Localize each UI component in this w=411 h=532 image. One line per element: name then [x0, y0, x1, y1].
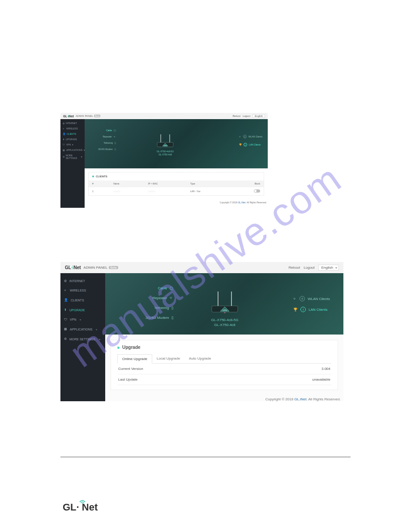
upgrade-tabs: Online Upgrade Local Upgrade Auto Upgrad… [117, 354, 331, 364]
chevron-down-icon: ▾ [80, 318, 81, 321]
beta-badge: Beta [94, 115, 100, 117]
sidebar: ◍INTERNET ᯤWIRELESS 👤CLIENTS ⬆UPGRADE 🛡V… [60, 119, 85, 208]
page-divider [60, 457, 351, 457]
sidebar-item-more-settings[interactable]: ⚙MORE SETTINGS▾ [60, 153, 85, 161]
sidebar-item-applications[interactable]: ▦APPLICATIONS▾ [60, 147, 85, 153]
language-select[interactable]: English [253, 114, 265, 118]
trophy-icon: 🏆 [239, 143, 242, 146]
wifi-icon: ᯤ [63, 127, 65, 130]
gear-icon: ⚙ [63, 155, 64, 158]
reboot-link[interactable]: Reboot [288, 266, 300, 270]
brand-logo: GL·iNet [65, 265, 81, 270]
cable-icon: ▢ [170, 286, 173, 290]
network-diagram: Cable▢ Repeaterᯤ Tethering▯ 3G/4G Modem▯… [85, 119, 268, 168]
sidebar-item-vpn[interactable]: 🛡VPN▾ [60, 315, 105, 324]
sidebar-item-more-settings[interactable]: ⚙MORE SETTINGS▾ [60, 334, 105, 344]
router-graphic: VPN ✕ GL-X750-4c8-5G GL-X750-4c8 [205, 289, 245, 327]
router-ssid-2g: GL-X750-4c8 [205, 322, 245, 327]
sidebar-item-applications[interactable]: ▦APPLICATIONS▾ [60, 324, 105, 334]
sidebar-item-wireless[interactable]: ᯤWIRELESS [60, 286, 105, 295]
grid-icon: ▦ [64, 327, 67, 331]
clients-card: CLIENTS # Name IP > MAC Type Block 1 ——— [88, 172, 264, 196]
tab-online-upgrade[interactable]: Online Upgrade [117, 354, 152, 364]
sidebar-item-internet[interactable]: ◍INTERNET [60, 276, 105, 286]
sidebar-item-upgrade[interactable]: ⬆UPGRADE [60, 305, 105, 315]
wifi-icon: ᯤ [293, 297, 297, 301]
gear-icon: ⚙ [64, 337, 67, 341]
router-ssid-5g: GL-X750-4c8-5G [205, 317, 245, 322]
logout-link[interactable]: Logout [304, 266, 314, 270]
globe-icon: ◍ [64, 279, 67, 283]
footer-copyright: Copyright © 2018 GL.iNet. All Rights Res… [85, 199, 268, 204]
screenshot-upgrade-panel: GL·iNet ADMIN PANEL Beta Reboot Logout E… [60, 262, 343, 411]
sidebar-item-vpn[interactable]: 🛡VPN▾ [60, 142, 85, 147]
clients-table: # Name IP > MAC Type Block 1 ——— ——— LAN… [89, 180, 264, 195]
screenshot-clients-panel: GL·iiNet ADMIN PANEL Beta Reboot Logout … [60, 113, 268, 214]
tab-auto-upgrade[interactable]: Auto Upgrade [184, 354, 215, 363]
client-counts: ᯤ0WLAN Clients 🏆1LAN Clients [239, 133, 262, 149]
grid-icon: ▦ [63, 149, 65, 151]
phone-icon: ▯ [115, 140, 116, 146]
shield-icon: 🛡 [64, 318, 67, 321]
user-icon: 👤 [63, 133, 65, 135]
chevron-down-icon: ▾ [96, 328, 97, 331]
connection-list: Cable▢ Repeaterᯤ Tethering▯ 3G/4G Modem▯ [89, 127, 116, 152]
info-row-current-version: Current Version 3.004 [117, 364, 331, 374]
logout-link[interactable]: Logout [243, 115, 250, 117]
wifi-icon: ᯤ [239, 135, 241, 138]
top-bar: GL·iiNet ADMIN PANEL Beta Reboot Logout … [60, 113, 268, 119]
admin-panel-label: ADMIN PANEL [84, 266, 108, 270]
tab-local-upgrade[interactable]: Local Upgrade [152, 354, 184, 363]
table-header-row: # Name IP > MAC Type Block [89, 180, 264, 187]
router-ssid-2g: GL-X750-4c8 [152, 153, 179, 156]
chevron-down-icon: ▾ [81, 155, 82, 158]
language-select[interactable]: English [318, 265, 339, 270]
phone-icon: ▯ [171, 306, 173, 310]
brand-logo: GL·iiNet [63, 115, 74, 118]
sidebar-item-clients[interactable]: 👤CLIENTS [60, 295, 105, 305]
page-footer-logo: GL·iNet [63, 502, 98, 513]
table-row: 1 ——— ——— LAN - You [89, 187, 264, 196]
upgrade-card: Upgrade Online Upgrade Local Upgrade Aut… [111, 340, 338, 390]
sidebar-item-wireless[interactable]: ᯤWIRELESS [60, 126, 85, 131]
sidebar: ◍INTERNET ᯤWIRELESS 👤CLIENTS ⬆UPGRADE 🛡V… [60, 273, 105, 401]
wifi-icon: ᯤ [170, 296, 173, 300]
sidebar-item-upgrade[interactable]: ⬆UPGRADE [60, 137, 85, 142]
wifi-icon: ᯤ [64, 289, 67, 292]
reboot-link[interactable]: Reboot [232, 115, 240, 117]
network-diagram: Cable▢ Repeaterᯤ Tethering▯ 3G/4G Modem▯… [105, 273, 343, 335]
client-counts: ᯤ0WLAN Clients 🏆1LAN Clients [293, 293, 330, 315]
svg-text:✕: ✕ [224, 311, 226, 314]
shield-icon: 🛡 [63, 143, 65, 146]
up-icon: ⬆ [64, 308, 67, 312]
router-graphic: VPN GL-X750-4c8-5G GL-X750-4c8 [152, 133, 179, 156]
card-title: Upgrade [117, 345, 331, 350]
up-icon: ⬆ [63, 138, 64, 141]
card-title: CLIENTS [89, 172, 264, 180]
svg-text:VPN: VPN [164, 145, 167, 147]
info-row-last-update: Last Update unavailable [117, 374, 331, 385]
connection-list: Cable▢ Repeaterᯤ Tethering▯ 3G/4G Modem▯ [146, 283, 173, 322]
wifi-icon: ᯤ [114, 133, 116, 140]
trophy-icon: 🏆 [293, 308, 298, 312]
sidebar-item-internet[interactable]: ◍INTERNET [60, 120, 85, 126]
user-icon: 👤 [64, 298, 68, 302]
sidebar-item-clients[interactable]: 👤CLIENTS [60, 131, 85, 137]
chevron-down-icon: ▾ [99, 338, 100, 341]
block-toggle[interactable] [254, 189, 260, 193]
usb-icon: ▯ [115, 146, 116, 152]
globe-icon: ◍ [63, 122, 64, 124]
top-bar: GL·iNet ADMIN PANEL Beta Reboot Logout E… [60, 262, 343, 273]
beta-badge: Beta [109, 266, 118, 269]
cable-icon: ▢ [114, 127, 116, 133]
admin-panel-label: ADMIN PANEL [76, 115, 93, 117]
usb-icon: ▯ [171, 316, 173, 320]
chevron-down-icon: ▾ [72, 143, 73, 146]
footer-copyright: Copyright © 2018 GL.iNet. All Rights Res… [105, 395, 343, 401]
